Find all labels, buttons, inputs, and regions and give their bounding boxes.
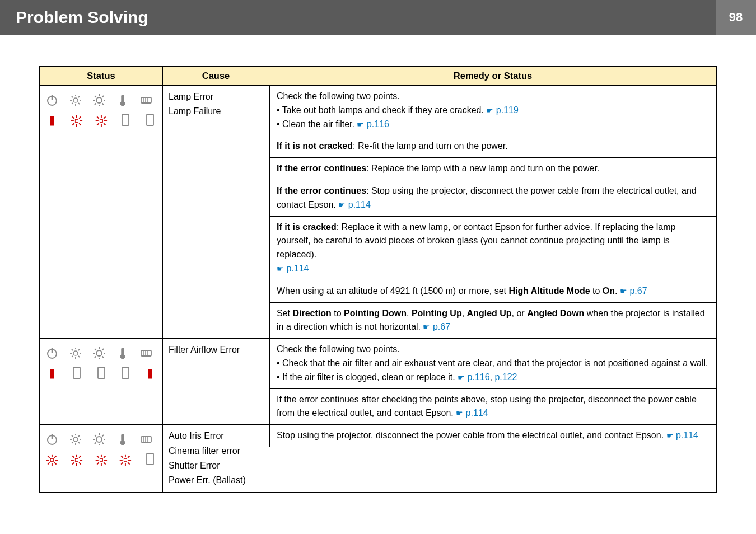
svg-rect-0 [50, 116, 54, 126]
burst-icon [70, 452, 83, 468]
lamp1-icon [69, 346, 81, 359]
remedy-text: If the error continues: Replace the lamp… [277, 162, 710, 176]
remedy-row: When using at an altitude of 4921 ft (15… [270, 280, 716, 302]
remedy-row: If the error continues: Replace the lamp… [270, 158, 716, 180]
svg-rect-2 [148, 369, 152, 379]
box1-icon [119, 113, 132, 129]
status-cell [40, 339, 163, 425]
power-icon [45, 433, 58, 445]
burst-icon [95, 452, 108, 468]
status-cell [40, 425, 163, 493]
cause-cell: Lamp ErrorLamp Failure [163, 86, 269, 339]
cause-text: Cinema filter error [169, 444, 263, 458]
lamp2-icon [92, 93, 105, 106]
box-icon [143, 452, 157, 468]
remedy-text: Stop using the projector, disconnect the… [277, 429, 710, 443]
box-icon [95, 366, 108, 382]
cause-text: Filter Airflow Error [169, 343, 263, 357]
page-number: 98 [716, 0, 756, 35]
remedy-cell: Check the following two points.• Check t… [269, 339, 717, 425]
cause-text: Lamp Error [169, 90, 263, 104]
box2-icon [143, 113, 157, 129]
remedy-row: If it is cracked: Replace it with a new … [270, 216, 716, 280]
remedy-text: If the error continues: Stop using the p… [277, 184, 710, 212]
temp-icon [116, 93, 128, 106]
th-remedy: Remedy or Status [269, 67, 717, 86]
remedy-text: • Take out both lamps and check if they … [277, 104, 710, 118]
remedy-row: Set Direction to Pointing Down, Pointing… [270, 302, 716, 338]
remedy-row: Stop using the projector, disconnect the… [270, 425, 716, 447]
th-cause: Cause [163, 67, 269, 86]
filter-icon [139, 346, 152, 359]
cause-text: Power Err. (Ballast) [169, 473, 263, 488]
cause-cell: Auto Iris ErrorCinema filter errorShutte… [163, 425, 269, 493]
remedy-row: If it is not cracked: Re-fit the lamp an… [270, 135, 716, 158]
remedy-row: If the error continues after checking th… [270, 388, 716, 424]
box-icon [119, 366, 132, 382]
cause-text: Shutter Error [169, 458, 263, 473]
remedy-text: • Clean the air filter. ☛ p.116 [277, 118, 710, 132]
status-cell [40, 86, 163, 339]
remedy-text: When using at an altitude of 4921 ft (15… [277, 284, 710, 298]
remedy-text: • Check that the air filter and air exha… [277, 357, 710, 371]
burst-icon [45, 452, 59, 468]
temp-icon [116, 433, 128, 445]
lamp2-icon [92, 346, 105, 359]
remedy-text: If it is cracked: Replace it with a new … [277, 221, 710, 262]
remedy-row: If the error continues: Stop using the p… [270, 180, 716, 216]
header-bar: Problem Solving 98 [0, 0, 756, 35]
cause-text: Auto Iris Error [169, 429, 263, 443]
power-icon [45, 93, 58, 106]
filter-red-icon [143, 366, 157, 382]
cause-cell: Filter Airflow Error [163, 339, 269, 425]
svg-rect-1 [50, 369, 54, 379]
lamp1-icon [69, 93, 81, 106]
remedy-text: Set Direction to Pointing Down, Pointing… [277, 307, 710, 335]
remedy-text: Check the following two points. [277, 90, 710, 104]
burst-icon [119, 452, 132, 468]
remedy-row: Check the following two points.• Take ou… [270, 86, 716, 135]
lamp2-icon [92, 433, 105, 445]
page-content: Status Cause Remedy or Status Lamp Error… [0, 35, 756, 515]
status-red-icon [45, 113, 59, 129]
page-title: Problem Solving [0, 8, 716, 27]
filter-icon [139, 93, 152, 106]
box-icon [70, 366, 83, 382]
th-status: Status [40, 67, 163, 86]
lamp1-icon [69, 433, 81, 445]
remedy-text: If it is not cracked: Re-fit the lamp an… [277, 139, 710, 153]
status-table: Status Cause Remedy or Status Lamp Error… [39, 66, 717, 493]
remedy-text: If the error continues after checking th… [277, 393, 710, 421]
remedy-text: • If the air filter is clogged, clean or… [277, 371, 710, 385]
status-red-icon [45, 366, 59, 382]
filter-icon [139, 433, 152, 445]
remedy-cell: Stop using the projector, disconnect the… [269, 425, 717, 493]
remedy-text: Check the following two points. [277, 343, 710, 357]
remedy-link[interactable]: ☛ p.114 [277, 262, 710, 276]
power-icon [45, 346, 58, 359]
burst2-icon [95, 113, 108, 129]
temp-icon [116, 346, 128, 359]
remedy-cell: Check the following two points.• Take ou… [269, 86, 717, 339]
cause-text: Lamp Failure [169, 104, 263, 119]
remedy-row: Check the following two points.• Check t… [270, 339, 716, 388]
burst1-icon [70, 113, 83, 129]
